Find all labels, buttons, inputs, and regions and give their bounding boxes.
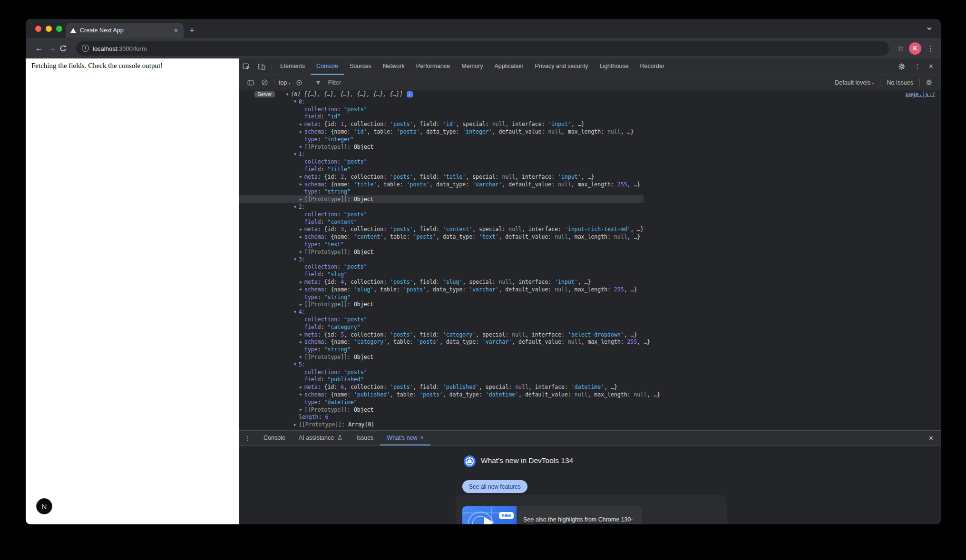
tab-performance[interactable]: Performance [410,58,456,75]
token: , max_length: [561,128,607,135]
token: 'posts' [390,174,413,180]
console-line: ▶meta: {id: 6, collection: 'posts', fiel… [239,383,941,391]
token: Object [354,196,374,203]
expand-arrow[interactable]: ▶ [300,340,304,344]
expand-arrow[interactable]: ▶ [300,122,304,126]
console-line: ▶meta: {id: 4, collection: 'posts', fiel… [239,278,941,286]
filter-input[interactable] [328,79,831,86]
console-line: type: "string" [239,346,941,353]
expand-arrow[interactable]: ▼ [294,99,299,104]
browser-menu-icon[interactable]: ⋮ [927,44,934,53]
drawer-tab-issues[interactable]: Issues [350,431,380,445]
maximize-window-button[interactable] [56,26,62,32]
new-tab-button[interactable]: + [189,23,195,38]
site-info-icon[interactable]: i [82,45,89,52]
token: : [347,354,354,360]
tab-search-chevron-icon[interactable] [926,25,933,32]
expand-arrow[interactable]: ▶ [300,235,304,239]
devtools-drawer: ⋮ ConsoleAI assistanceIssuesWhat's new× … [239,430,941,524]
expand-arrow[interactable]: ▼ [294,257,299,261]
tab-recorder[interactable]: Recorder [634,58,670,75]
token: 'datetime' [571,384,604,390]
expand-arrow[interactable]: ▶ [300,385,304,389]
drawer-tab-ai-assistance[interactable]: AI assistance [292,431,350,445]
tab-elements[interactable]: Elements [274,58,311,75]
tab-sources[interactable]: Sources [344,58,377,75]
console-sidebar-icon[interactable] [244,79,258,87]
settings-gear-icon[interactable] [895,63,909,70]
expand-arrow[interactable]: ▼ [294,205,299,209]
devtools-close-icon[interactable]: × [926,62,936,71]
source-location-link[interactable]: page.js:7 [906,91,935,97]
devtools-menu-icon[interactable]: ⋮ [911,63,924,70]
token: [[Prototype]] [304,196,347,203]
expand-arrow[interactable]: ▶ [300,250,304,254]
expand-arrow[interactable]: ▼ [294,362,299,367]
tab-application[interactable]: Application [488,58,529,75]
close-window-button[interactable] [35,26,41,32]
tab-network[interactable]: Network [377,58,410,75]
expand-arrow[interactable]: ▶ [300,287,304,291]
drawer-tab-close-icon[interactable]: × [420,434,424,441]
expand-arrow[interactable]: ▶ [300,355,304,359]
token: , …} [631,226,644,232]
expand-arrow[interactable]: ▶ [300,174,304,179]
expand-arrow[interactable]: ▶ [300,145,304,149]
tab-privacy-and-security[interactable]: Privacy and security [529,58,594,75]
expand-arrow[interactable]: ▶ [300,392,304,396]
address-bar[interactable]: i localhost:3000/form [76,41,889,56]
forward-button[interactable]: → [46,44,59,53]
issues-counter[interactable]: No Issues [883,79,917,86]
reload-button[interactable] [59,44,72,52]
highlights-row[interactable]: new See also the highlights from Chrome … [462,506,642,524]
back-button[interactable]: ← [32,44,46,53]
token: : [321,271,328,278]
token: 'input' [555,279,577,285]
profile-avatar[interactable]: K [909,42,921,55]
token: : [319,414,325,420]
context-selector[interactable]: top▾ [279,79,290,86]
drawer-tab-what-s-new[interactable]: What's new× [380,431,430,445]
console-line: field: "published" [239,376,941,383]
bookmark-star-icon[interactable]: ☆ [898,44,904,53]
log-levels-dropdown[interactable]: Default levels▾ [831,79,878,86]
console-line: ▶schema: {name: 'title', table: 'posts',… [239,181,941,188]
token: , …} [624,331,637,338]
drawer-menu-icon[interactable]: ⋮ [239,434,257,442]
expand-arrow[interactable]: ▶ [300,227,304,232]
console-line: ▶schema: {name: 'content', table: 'posts… [239,233,941,241]
expand-arrow[interactable]: ▶ [300,130,304,134]
browser-tab[interactable]: Create Next App × [66,23,184,38]
expand-arrow[interactable]: ▶ [300,407,304,412]
tab-memory[interactable]: Memory [456,58,488,75]
token: 'slug' [354,286,374,293]
console-settings-gear-icon[interactable] [922,79,936,86]
expand-arrow[interactable]: ▶ [300,332,304,337]
clear-console-icon[interactable] [258,79,272,86]
tab-lighthouse[interactable]: Lighthouse [594,58,634,75]
device-toolbar-icon[interactable] [254,62,269,71]
live-expression-eye-icon[interactable] [292,79,306,87]
nextjs-devtools-button[interactable]: N [36,498,52,514]
tab-close-icon[interactable]: × [173,27,179,34]
console-line: type: "string" [239,188,941,196]
console-line: field: "id" [239,113,941,121]
expand-arrow[interactable]: ▼ [294,310,299,314]
minimize-window-button[interactable] [46,26,52,32]
expand-arrow[interactable]: ▶ [300,280,304,284]
token: 'text' [479,233,499,240]
see-all-features-button[interactable]: See all new features [462,480,527,493]
drawer-tab-console[interactable]: Console [257,431,292,445]
expand-arrow[interactable]: ▶ [294,423,299,427]
expand-arrow[interactable]: ▶ [300,302,304,307]
tab-console[interactable]: Console [311,58,344,75]
token: : {name: [324,181,354,188]
expand-arrow[interactable]: ▶ [300,182,304,186]
info-icon[interactable]: i [407,91,413,97]
expand-arrow[interactable]: ▼ [294,152,299,156]
expand-arrow[interactable]: ▼ [286,92,291,97]
console-lines: ▼0:collection: "posts"field: "id"▶meta: … [239,98,941,428]
expand-arrow[interactable]: ▶ [300,197,304,202]
drawer-close-icon[interactable]: × [926,434,936,443]
inspect-element-icon[interactable] [239,62,254,71]
